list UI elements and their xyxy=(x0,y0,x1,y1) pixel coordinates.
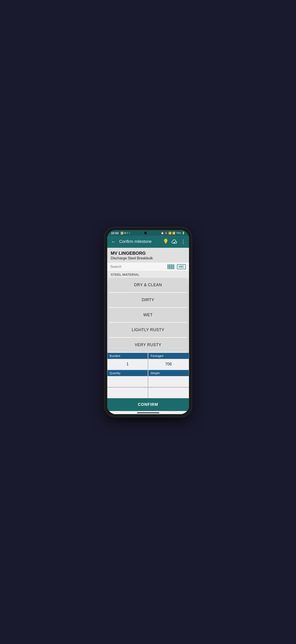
status-right: ⏰ 🔇 📶 📶 79% 🔋 xyxy=(161,232,185,234)
search-icons: ABC xyxy=(168,264,186,269)
quantity-field: Quantity xyxy=(107,370,148,387)
package-value: 706 xyxy=(148,359,189,370)
package-label: Package# xyxy=(148,353,189,359)
extra-fields-row xyxy=(107,387,189,398)
status-bar: 22:52 🖼️ M 𝔽 • ⏰ 🔇 📶 📶 79% 🔋 xyxy=(107,230,189,236)
camera-notch xyxy=(144,232,147,234)
quantity-weight-row: Quantity Weight xyxy=(107,370,189,387)
dropdown-item-dry-clean[interactable]: DRY & CLEAN xyxy=(109,278,187,293)
location-icon[interactable] xyxy=(163,238,168,245)
dropdown-item-very-rusty[interactable]: VERY RUSTY xyxy=(109,338,187,353)
svg-rect-6 xyxy=(170,264,171,269)
svg-rect-4 xyxy=(169,264,169,269)
search-input[interactable] xyxy=(110,265,168,269)
bundle-package-row: Bundle# 1 Package# 706 xyxy=(107,353,189,370)
ship-name: MV LINGEBORG xyxy=(111,250,185,256)
app-bar-icons: ⋮ xyxy=(163,238,186,245)
condition-dropdown: DRY & CLEAN DIRTY WET LIGHTLY RUSTY VERY… xyxy=(109,278,187,353)
package-field: Package# 706 xyxy=(148,353,189,370)
scroll-section: DRY & CLEAN DIRTY WET LIGHTLY RUSTY VERY… xyxy=(107,278,189,353)
barcode-scan-icon[interactable] xyxy=(168,264,175,269)
content-area: MV LINGEBORG Discharge Steel Breakbulk xyxy=(107,248,189,411)
battery-icon: 🔋 xyxy=(182,232,185,234)
bundle-label: Bundle# xyxy=(107,353,148,359)
battery-text: 79% xyxy=(176,232,181,234)
dropdown-item-lightly-rusty[interactable]: LIGHTLY RUSTY xyxy=(109,323,187,338)
svg-rect-10 xyxy=(174,264,174,269)
app-bar: ← Confirm milestone xyxy=(107,236,189,248)
status-left: 22:52 🖼️ M 𝔽 • xyxy=(111,232,130,235)
alarm-icon: ⏰ xyxy=(161,232,164,234)
ship-info: MV LINGEBORG Discharge Steel Breakbulk xyxy=(107,248,189,262)
confirm-button[interactable]: CONFIRM xyxy=(107,398,189,411)
weight-value xyxy=(148,376,189,387)
cloud-sync-icon[interactable] xyxy=(171,239,178,244)
status-icons: 🖼️ M 𝔽 • xyxy=(120,232,130,234)
bundle-field: Bundle# 1 xyxy=(107,353,148,370)
status-time: 22:52 xyxy=(111,232,119,235)
home-bar xyxy=(137,412,159,413)
extra-field-left xyxy=(107,388,148,398)
weight-field: Weight xyxy=(148,370,189,387)
svg-rect-5 xyxy=(169,264,170,269)
data-fields: Bundle# 1 Package# 706 Quantity Weight xyxy=(107,353,189,398)
home-indicator xyxy=(107,411,189,414)
svg-rect-7 xyxy=(171,264,172,269)
quantity-label: Quantity xyxy=(107,370,148,376)
weight-label: Weight xyxy=(148,370,189,376)
app-bar-title: Confirm milestone xyxy=(119,239,161,244)
dropdown-item-dirty[interactable]: DIRTY xyxy=(109,293,187,308)
phone-screen: 22:52 🖼️ M 𝔽 • ⏰ 🔇 📶 📶 79% 🔋 ← Confirm m… xyxy=(107,230,189,414)
text-scan-icon[interactable]: ABC xyxy=(177,264,186,269)
phone-shell: 22:52 🖼️ M 𝔽 • ⏰ 🔇 📶 📶 79% 🔋 ← Confirm m… xyxy=(105,228,192,417)
extra-field-right xyxy=(148,388,189,398)
svg-rect-3 xyxy=(168,264,168,269)
item-label-partial: STEEL MATERIAL xyxy=(107,271,189,278)
mute-icon: 🔇 xyxy=(165,232,168,234)
wifi-icon: 📶 xyxy=(168,232,172,234)
dropdown-item-wet[interactable]: WET xyxy=(109,308,187,323)
search-bar: ABC xyxy=(107,262,189,271)
more-options-icon[interactable]: ⋮ xyxy=(181,239,186,245)
svg-rect-9 xyxy=(173,264,174,269)
bundle-value: 1 xyxy=(107,359,148,370)
signal-icon: 📶 xyxy=(172,232,175,234)
ship-operation: Discharge Steel Breakbulk xyxy=(111,256,185,260)
back-button[interactable]: ← xyxy=(110,238,117,246)
quantity-value xyxy=(107,376,148,387)
svg-rect-8 xyxy=(172,264,173,269)
